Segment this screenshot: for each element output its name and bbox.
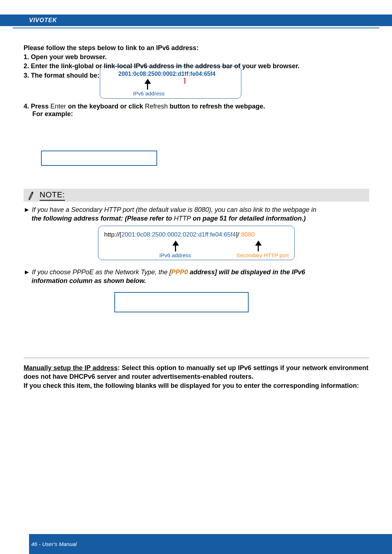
- steps-heading: Please follow the steps below to link to…: [24, 44, 368, 53]
- ppp0-label: PPP0: [171, 268, 188, 276]
- note-paragraph-1: ► If you have a Secondary HTTP port (the…: [24, 205, 368, 223]
- note-label: NOTE:: [40, 190, 65, 201]
- ppp0-placeholder-box: [114, 292, 249, 312]
- step-1: 1. Open your web browser.: [24, 53, 368, 62]
- page-number-label: 46 - User's Manual: [31, 541, 77, 547]
- step-4: 4. Press Enter on the keyboard or click …: [24, 103, 265, 118]
- step4-a: 4. Press: [24, 103, 50, 110]
- note2-text-c: information column as shown below.: [24, 277, 146, 284]
- page-footer: 46 - User's Manual: [29, 534, 392, 554]
- arrow-up-icon: [254, 241, 262, 251]
- ipv6-label: IPv6 address: [133, 90, 165, 97]
- note1-http: HTTP: [174, 215, 191, 222]
- step4-c: on the keyboard or click: [66, 103, 145, 110]
- url-format-box-2: http://[2001:0c08:2500:0002:0202:d1ff:fe…: [98, 226, 295, 260]
- note-paragraph-2: ► If you choose PPPoE as the Network Typ…: [24, 268, 368, 286]
- bullet-icon: ►: [24, 206, 30, 213]
- step4-example-label: For example:: [24, 110, 265, 118]
- ipv6-label-2: IPv6 address: [159, 252, 191, 258]
- arrow-up-icon: [144, 79, 151, 90]
- note1-text-b-suffix: on page 51 for detailed information.): [191, 215, 306, 222]
- manual-rest2: If you check this item, the following bl…: [24, 382, 359, 389]
- note1-text-b-prefix: the following address format: (Please re…: [32, 215, 174, 222]
- note1-text-a: If you have a Secondary HTTP port (the d…: [30, 206, 317, 213]
- url2-prefix: http://: [104, 231, 120, 238]
- pencil-icon: [25, 189, 37, 201]
- bullet-icon: ►: [24, 268, 30, 276]
- step4-enter: Enter: [50, 103, 66, 110]
- url-line-1: 2001:0c08:2500:0002:d1ff:fe04:65f4 ]: [118, 71, 241, 84]
- url2-ipv6: 2001:0c08:2500:0002:0202:d1ff:fe04:65f4: [121, 231, 236, 238]
- brand-label: VIVOTEK: [29, 17, 57, 24]
- url-line-2: http://[2001:0c08:2500:0002:0202:d1ff:fe…: [104, 231, 255, 238]
- note2-text-b: address] will be displayed in the IPv6: [188, 268, 305, 276]
- http-port-label: Secondary HTTP port: [236, 252, 289, 258]
- url-format-box-1: 2001:0c08:2500:0002:d1ff:fe04:65f4 ] IPv…: [100, 66, 241, 99]
- manual-underline: Manually setup the IP address: [24, 364, 118, 372]
- example-placeholder-box: [41, 151, 157, 166]
- step4-refresh: Refresh: [145, 103, 168, 110]
- header-underline: [13, 28, 379, 28]
- note-heading-band: NOTE:: [24, 189, 369, 202]
- ipv6-address-text: 2001:0c08:2500:0002:d1ff:fe04:65f4: [118, 71, 216, 77]
- section-divider: [24, 357, 369, 361]
- note2-text-a: If you choose PPPoE as the Network Type,…: [30, 268, 171, 276]
- arrow-up-icon: [172, 241, 179, 251]
- manual-setup-paragraph: Manually setup the IP address: Select th…: [24, 364, 368, 390]
- right-bracket: ]: [118, 77, 185, 83]
- step4-e: button to refresh the webpage.: [168, 103, 265, 110]
- url2-port: :8080: [239, 231, 255, 238]
- page-header: VIVOTEK: [0, 15, 392, 26]
